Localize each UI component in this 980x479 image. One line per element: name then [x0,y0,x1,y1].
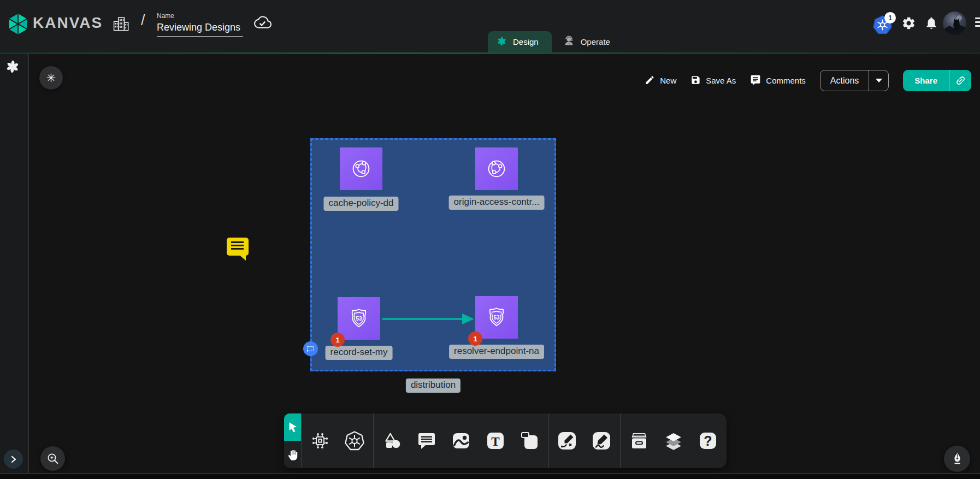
operator-headset-icon [563,35,575,49]
node-resolver-endpoint[interactable]: 53 [475,296,518,339]
tab-operate-label: Operate [581,37,610,46]
comment-icon [750,74,761,87]
kanvas-app: KANVAS / Nam [0,0,980,479]
sticky-note-icon [519,430,540,451]
save-icon [690,75,701,87]
globe-network-icon [349,156,374,181]
pen-bezier-icon [557,430,577,451]
actions-label: Actions [820,70,869,91]
actions-dropdown[interactable] [869,70,888,91]
mode-tabs: Design Operate [488,31,621,52]
dock-group-drawing [548,413,620,468]
node-label: origin-access-contr... [449,196,545,210]
comments-button[interactable]: Comments [750,74,806,87]
design-spiral-icon [496,36,507,49]
name-field-label: Name [157,12,243,20]
design-name-group: Name [157,12,243,37]
tool-dock: T [284,413,727,468]
pencil-draw-tool[interactable] [589,428,614,453]
comment-tail [239,255,246,261]
media-tool[interactable] [448,428,474,453]
notifications-bell-icon[interactable] [924,15,938,32]
globe-network-icon [484,156,509,181]
select-cursor-tool[interactable] [284,413,301,441]
route53-shield-icon: 53 [346,306,371,331]
zoom-in-button[interactable] [40,446,65,471]
design-canvas[interactable]: ✳ New Save As [29,54,980,473]
pencil-icon [645,75,655,87]
kubernetes-count-badge[interactable]: 1 [884,12,896,23]
brand-title: KANVAS [33,14,103,32]
canvas-dock-toggle-icon[interactable]: ✳ [39,66,63,90]
hand-icon [286,447,300,462]
settings-gear-icon[interactable] [901,16,916,32]
share-button[interactable]: Share [903,70,971,91]
kubernetes-tool[interactable] [342,428,367,453]
cursor-icon [286,421,299,434]
pencil-scribble-icon [591,430,612,451]
canvas-toolbar: New Save As Comments [645,70,971,91]
tab-operate[interactable]: Operate [552,31,621,52]
components-tool[interactable] [308,428,333,453]
cursor-tool-column [284,413,301,468]
cloud-sync-icon[interactable] [252,15,272,32]
svg-text:53: 53 [493,315,500,321]
archive-drawer-icon [629,430,650,451]
node-record-set[interactable]: 53 [338,297,380,340]
copy-link-icon[interactable] [949,70,971,91]
svg-text:53: 53 [356,316,362,322]
header-bar: KANVAS / Nam [0,0,980,52]
pen-tool[interactable] [554,428,580,453]
menu-icon[interactable] [975,17,980,29]
bottom-strip [0,473,980,479]
sidebar-expand-chevron[interactable] [4,450,23,469]
node-label: cache-policy-dd [323,197,398,211]
comments-label: Comments [766,76,806,85]
note-tool[interactable] [517,428,542,453]
selected-group-distribution[interactable]: 53 53 cache-policy-dd origin-access-cont… [310,138,556,371]
svg-text:?: ? [704,433,712,448]
canvas-comment-marker[interactable] [227,238,249,256]
pen-nib-icon [951,452,964,466]
group-label[interactable]: distribution [406,379,461,393]
share-label: Share [903,70,949,91]
new-label: New [660,76,676,85]
save-as-label: Save As [706,76,736,85]
comment-tool[interactable] [414,428,439,453]
issue-count-badge[interactable]: 1 [330,333,345,347]
layers-tool[interactable] [661,428,686,453]
issue-count-badge[interactable]: 1 [468,332,482,346]
group-selection-handle[interactable] [303,341,318,356]
user-avatar[interactable] [943,11,966,35]
comment-bubble-icon [416,430,437,451]
design-name-input[interactable] [157,21,243,37]
actions-button[interactable]: Actions [820,70,889,91]
layers-icon [663,430,684,451]
text-icon: T [485,430,506,451]
dock-group-infrastructure [302,413,373,468]
tab-design[interactable]: Design [488,31,552,52]
shapes-tool[interactable] [380,428,405,453]
shapes-icon [382,430,403,451]
tab-design-label: Design [513,37,539,46]
help-tool[interactable]: ? [695,428,721,453]
pan-hand-tool[interactable] [284,441,301,468]
chip-icon [310,430,330,451]
edge-arrow[interactable] [380,311,479,327]
kanvas-logo-icon[interactable] [7,12,29,38]
image-icon [451,430,471,451]
node-cache-policy[interactable] [340,147,382,190]
history-drawer-tool[interactable] [627,428,652,453]
breadcrumb-separator: / [141,12,145,29]
kubernetes-wheel-icon [344,430,365,452]
meshery-spiral-icon[interactable] [4,58,21,76]
whiteboard-pen-button[interactable] [944,446,970,472]
question-mark-icon: ? [698,430,718,451]
node-origin-access[interactable] [475,147,518,190]
new-button[interactable]: New [645,75,676,87]
save-as-button[interactable]: Save As [690,75,736,87]
text-tool[interactable]: T [483,428,508,453]
magnifier-plus-icon [46,452,60,465]
chevron-down-icon [876,79,882,82]
organization-building-icon[interactable] [112,14,132,34]
